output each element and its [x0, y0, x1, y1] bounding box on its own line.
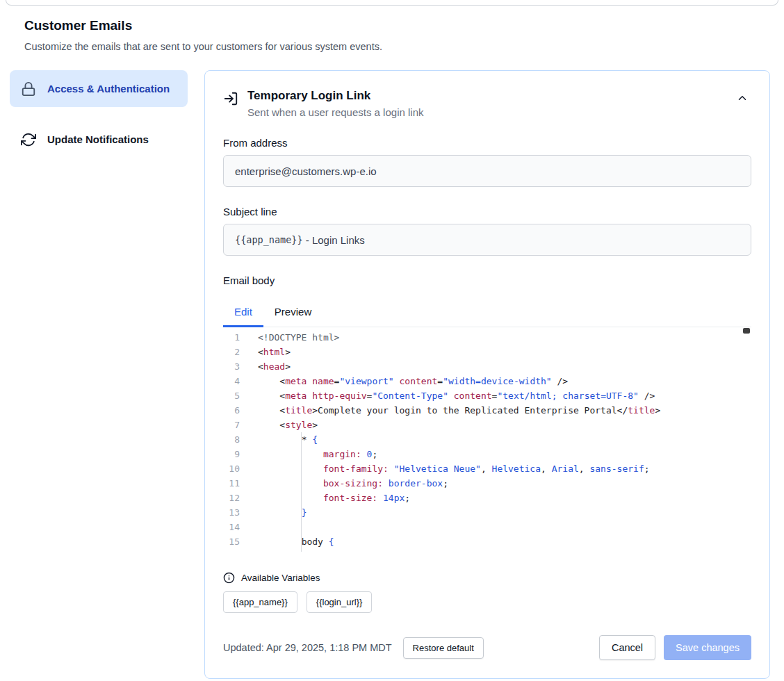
editor-scrollbar-thumb[interactable] [743, 328, 750, 334]
subject-line-label: Subject line [223, 206, 751, 218]
email-body-label: Email body [223, 274, 751, 286]
variable-chip-app-name[interactable]: {{app_name}} [223, 591, 297, 613]
lock-icon [21, 81, 36, 97]
variable-chips: {{app_name}} {{login_url}} [223, 591, 751, 613]
cancel-button[interactable]: Cancel [599, 635, 655, 660]
chevron-up-icon [736, 92, 749, 104]
page-title: Customer Emails [24, 18, 784, 33]
previous-section-bottom-edge [6, 0, 778, 6]
sidebar-item-update-notifications[interactable]: Update Notifications [10, 121, 188, 158]
variable-chip-login-url[interactable]: {{login_url}} [307, 591, 373, 613]
panel-subtitle: Sent when a user requests a login link [247, 106, 423, 118]
editor-scrollbar[interactable] [742, 328, 751, 552]
code-lines: <!DOCTYPE html><html><head> <meta name="… [258, 327, 751, 552]
subject-plain-text: - Login Links [303, 234, 365, 246]
subject-line-input[interactable]: {{app_name}} - Login Links [223, 224, 751, 256]
panel-header: Temporary Login Link Sent when a user re… [223, 89, 751, 118]
panel-title: Temporary Login Link [247, 89, 423, 103]
panel-header-text: Temporary Login Link Sent when a user re… [247, 89, 423, 118]
sidebar-item-label: Access & Authentication [47, 81, 170, 97]
email-template-panel: Temporary Login Link Sent when a user re… [204, 70, 770, 679]
refresh-icon [21, 132, 36, 147]
save-changes-button[interactable]: Save changes [664, 635, 751, 660]
collapse-button[interactable] [733, 89, 751, 107]
panel-footer: Updated: Apr 29, 2025, 1:18 PM MDT Resto… [223, 635, 751, 660]
available-variables-label: Available Variables [241, 573, 320, 583]
subject-variable-text: {{app_name}} [235, 234, 303, 245]
sidebar: Access & Authentication Update Notificat… [10, 70, 188, 172]
page-header: Customer Emails Customize the emails tha… [0, 0, 784, 52]
updated-timestamp: Updated: Apr 29, 2025, 1:18 PM MDT [223, 642, 392, 653]
page-subtitle: Customize the emails that are sent to yo… [24, 41, 784, 52]
code-editor[interactable]: 12345678910111213141516 <!DOCTYPE html><… [223, 327, 751, 552]
tab-preview[interactable]: Preview [263, 297, 322, 327]
sidebar-item-access-authentication[interactable]: Access & Authentication [10, 70, 188, 107]
from-address-input[interactable] [223, 155, 751, 187]
indent-guide [301, 432, 302, 552]
main-layout: Access & Authentication Update Notificat… [0, 70, 784, 679]
from-address-label: From address [223, 137, 751, 149]
tab-edit[interactable]: Edit [223, 297, 263, 327]
editor-tabs: Edit Preview [223, 297, 751, 327]
info-icon [223, 572, 235, 584]
sidebar-item-label: Update Notifications [47, 131, 149, 147]
line-numbers: 12345678910111213141516 [223, 327, 254, 552]
login-icon [223, 91, 238, 106]
available-variables-row: Available Variables [223, 572, 751, 584]
restore-default-button[interactable]: Restore default [403, 637, 484, 659]
